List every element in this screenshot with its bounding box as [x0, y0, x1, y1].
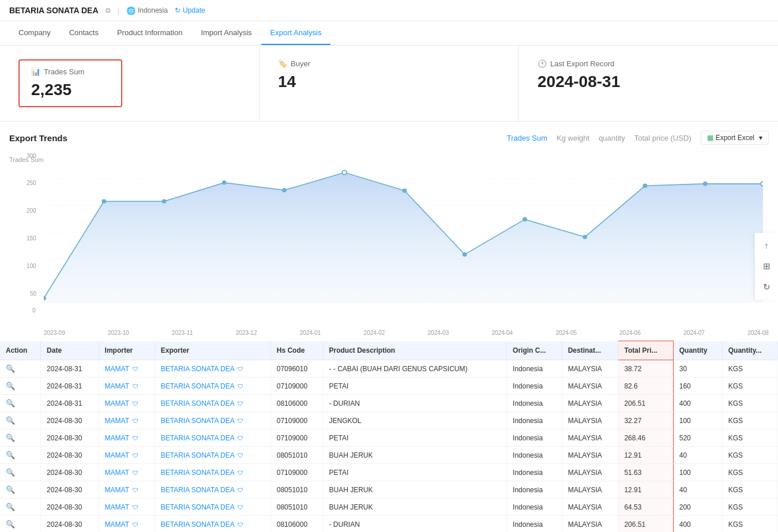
table-row: 🔍 2024-08-30 MAMAT 🛡 BETARIA SONATA DEA …: [0, 481, 778, 499]
trend-btn-quantity[interactable]: quantity: [599, 134, 625, 142]
cell-exporter: BETARIA SONATA DEA 🛡: [155, 429, 270, 447]
col-destination: Destinat...: [562, 341, 618, 360]
exporter-shield-icon[interactable]: 🛡: [238, 435, 243, 442]
exporter-shield-icon[interactable]: 🛡: [238, 366, 243, 372]
cell-destination: MALAYSIA: [562, 499, 618, 516]
exporter-link[interactable]: BETARIA SONATA DEA: [161, 417, 234, 425]
cell-action[interactable]: 🔍: [0, 499, 41, 516]
importer-shield-icon[interactable]: 🛡: [133, 383, 138, 390]
col-exporter: Exporter: [155, 341, 270, 360]
exporter-link[interactable]: BETARIA SONATA DEA: [161, 469, 234, 477]
cell-date: 2024-08-30: [41, 516, 99, 533]
trend-btn-kg-weight[interactable]: Kg weight: [557, 134, 589, 142]
exporter-shield-icon[interactable]: 🛡: [238, 383, 243, 390]
exporter-link[interactable]: BETARIA SONATA DEA: [161, 365, 234, 373]
table-header: Action Date Importer Exporter Hs Code Pr…: [0, 341, 778, 360]
importer-shield-icon[interactable]: 🛡: [133, 435, 138, 442]
cell-action[interactable]: 🔍: [0, 481, 41, 499]
trend-btn-trades-sum[interactable]: Trades Sum: [507, 134, 547, 142]
cell-destination: MALAYSIA: [562, 516, 618, 533]
y-tick-50: 50: [30, 290, 36, 297]
importer-link[interactable]: MAMAT: [105, 382, 129, 390]
cell-quantity: 200: [673, 499, 722, 516]
importer-shield-icon[interactable]: 🛡: [133, 452, 138, 459]
svg-point-20: [761, 182, 763, 186]
exporter-link[interactable]: BETARIA SONATA DEA: [161, 434, 234, 442]
importer-link[interactable]: MAMAT: [105, 399, 129, 408]
exporter-shield-icon[interactable]: 🛡: [238, 401, 243, 407]
tab-export[interactable]: Export Analysis: [261, 21, 331, 45]
globe-icon: 🌐: [126, 6, 136, 15]
exporter-shield-icon[interactable]: 🛡: [238, 522, 243, 528]
export-excel-button[interactable]: ▦ Export Excel ▾: [701, 131, 769, 145]
svg-point-13: [342, 171, 347, 175]
cell-action[interactable]: 🔍: [0, 464, 41, 481]
exporter-link[interactable]: BETARIA SONATA DEA: [161, 486, 234, 494]
cell-action[interactable]: 🔍: [0, 378, 41, 395]
importer-link[interactable]: MAMAT: [105, 469, 129, 477]
exporter-link[interactable]: BETARIA SONATA DEA: [161, 520, 234, 529]
importer-shield-icon[interactable]: 🛡: [133, 522, 138, 528]
exporter-shield-icon[interactable]: 🛡: [238, 470, 243, 476]
col-date: Date: [41, 341, 99, 360]
exporter-shield-icon[interactable]: 🛡: [238, 418, 243, 424]
table-row: 🔍 2024-08-30 MAMAT 🛡 BETARIA SONATA DEA …: [0, 464, 778, 481]
cell-destination: MALAYSIA: [562, 360, 618, 378]
exporter-link[interactable]: BETARIA SONATA DEA: [161, 503, 234, 511]
cell-action[interactable]: 🔍: [0, 395, 41, 412]
exporter-link[interactable]: BETARIA SONATA DEA: [161, 382, 234, 390]
table-tool[interactable]: ⊞: [758, 258, 775, 274]
cell-action[interactable]: 🔍: [0, 412, 41, 429]
importer-link[interactable]: MAMAT: [105, 417, 129, 425]
buyer-icon: 🏷️: [278, 59, 287, 68]
cell-action[interactable]: 🔍: [0, 447, 41, 464]
importer-shield-icon[interactable]: 🛡: [133, 401, 138, 407]
table-row: 🔍 2024-08-31 MAMAT 🛡 BETARIA SONATA DEA …: [0, 395, 778, 412]
importer-link[interactable]: MAMAT: [105, 365, 129, 373]
importer-link[interactable]: MAMAT: [105, 451, 129, 459]
tab-product[interactable]: Product Information: [108, 21, 191, 45]
scroll-top-tool[interactable]: ↑: [758, 237, 775, 254]
update-button[interactable]: ↻ Update: [175, 6, 205, 14]
trades-sum-title: 📊 Trades Sum: [31, 67, 110, 76]
cell-total-price: 12.91: [618, 447, 673, 464]
col-hs-code: Hs Code: [270, 341, 323, 360]
cell-quantity-unit: KGS: [722, 378, 777, 395]
copy-icon[interactable]: ⧉: [106, 6, 111, 14]
tab-contacts[interactable]: Contacts: [60, 21, 108, 45]
importer-shield-icon[interactable]: 🛡: [133, 418, 138, 424]
col-product-desc: Product Description: [323, 341, 507, 360]
cell-date: 2024-08-30: [41, 464, 99, 481]
cell-origin: Indonesia: [507, 395, 562, 412]
importer-link[interactable]: MAMAT: [105, 520, 129, 529]
cell-exporter: BETARIA SONATA DEA 🛡: [155, 516, 270, 533]
exporter-shield-icon[interactable]: 🛡: [238, 452, 243, 459]
importer-shield-icon[interactable]: 🛡: [133, 504, 138, 511]
importer-link[interactable]: MAMAT: [105, 503, 129, 511]
importer-link[interactable]: MAMAT: [105, 486, 129, 494]
cell-action[interactable]: 🔍: [0, 360, 41, 378]
cell-origin: Indonesia: [507, 499, 562, 516]
exporter-shield-icon[interactable]: 🛡: [238, 487, 243, 493]
cell-date: 2024-08-30: [41, 447, 99, 464]
cell-exporter: BETARIA SONATA DEA 🛡: [155, 378, 270, 395]
importer-shield-icon[interactable]: 🛡: [133, 470, 138, 476]
cell-action[interactable]: 🔍: [0, 516, 41, 533]
exporter-link[interactable]: BETARIA SONATA DEA: [161, 451, 234, 459]
exporter-link[interactable]: BETARIA SONATA DEA: [161, 399, 234, 408]
cell-action[interactable]: 🔍: [0, 429, 41, 447]
col-quantity-unit: Quantity...: [722, 341, 777, 360]
refresh-tool[interactable]: ↻: [758, 279, 775, 295]
tab-import[interactable]: Import Analysis: [191, 21, 261, 45]
exporter-shield-icon[interactable]: 🛡: [238, 504, 243, 511]
cell-origin: Indonesia: [507, 464, 562, 481]
importer-link[interactable]: MAMAT: [105, 434, 129, 442]
trend-btn-total-price[interactable]: Total price (USD): [634, 134, 691, 142]
trends-title: Export Trends: [9, 133, 67, 143]
importer-shield-icon[interactable]: 🛡: [133, 366, 138, 372]
cell-importer: MAMAT 🛡: [99, 429, 155, 447]
cell-importer: MAMAT 🛡: [99, 464, 155, 481]
cell-hs-code: 07109000: [270, 378, 323, 395]
importer-shield-icon[interactable]: 🛡: [133, 487, 138, 493]
tab-company[interactable]: Company: [9, 21, 60, 45]
